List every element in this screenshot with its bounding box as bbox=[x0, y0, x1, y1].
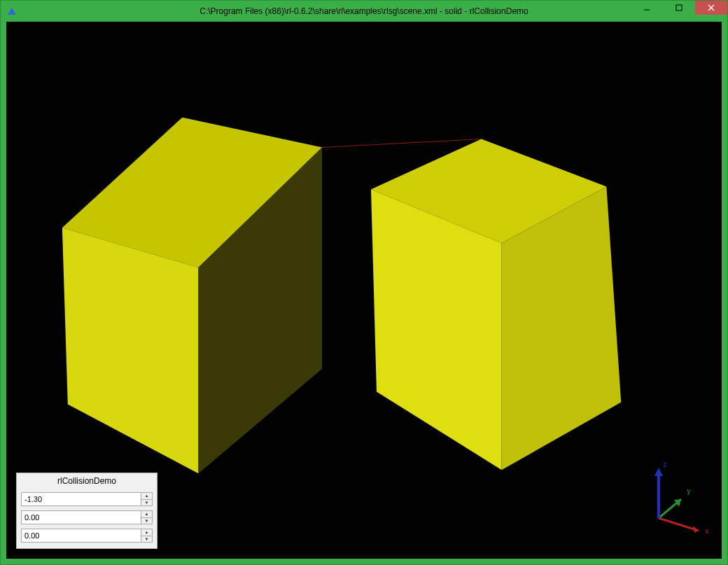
svg-rect-2 bbox=[676, 5, 682, 11]
window-title: C:\Program Files (x86)\rl-0.6.2\share\rl… bbox=[200, 6, 528, 16]
app-icon bbox=[6, 5, 18, 16]
spin-up-1[interactable]: ▲ bbox=[141, 511, 152, 517]
spin-down-0[interactable]: ▼ bbox=[141, 499, 152, 506]
field-row-1: ▲ ▼ bbox=[17, 508, 157, 526]
axis-z-label: z bbox=[663, 461, 667, 468]
maximize-button[interactable] bbox=[663, 1, 695, 15]
close-button[interactable] bbox=[695, 1, 727, 15]
field-row-0: ▲ ▼ bbox=[17, 490, 157, 508]
window-controls bbox=[631, 1, 727, 15]
value-input-2[interactable] bbox=[22, 529, 141, 542]
value-input-1[interactable] bbox=[22, 511, 141, 524]
axis-x-label: x bbox=[705, 527, 709, 535]
app-window: C:\Program Files (x86)\rl-0.6.2\share\rl… bbox=[0, 0, 728, 565]
svg-marker-0 bbox=[8, 8, 16, 15]
spin-down-1[interactable]: ▼ bbox=[141, 517, 152, 524]
minimize-button[interactable] bbox=[631, 1, 663, 15]
spin-input-1: ▲ ▼ bbox=[21, 510, 153, 524]
spin-up-0[interactable]: ▲ bbox=[141, 493, 152, 499]
axis-y-label: y bbox=[687, 487, 691, 495]
spin-input-0: ▲ ▼ bbox=[21, 492, 153, 506]
field-row-2: ▲ ▼ bbox=[17, 526, 157, 548]
spin-down-2[interactable]: ▼ bbox=[141, 536, 152, 543]
titlebar[interactable]: C:\Program Files (x86)\rl-0.6.2\share\rl… bbox=[1, 1, 727, 22]
spin-up-2[interactable]: ▲ bbox=[141, 529, 152, 536]
svg-marker-14 bbox=[693, 526, 699, 533]
svg-marker-18 bbox=[654, 468, 663, 476]
spin-input-2: ▲ ▼ bbox=[21, 529, 153, 543]
viewport[interactable]: x y z rlCollisionDemo ▲ ▼ bbox=[6, 22, 722, 559]
control-panel[interactable]: rlCollisionDemo ▲ ▼ ▲ ▼ bbox=[16, 473, 158, 549]
panel-title: rlCollisionDemo bbox=[17, 473, 157, 490]
axis-gizmo: x y z bbox=[632, 461, 709, 538]
value-input-0[interactable] bbox=[22, 493, 141, 505]
svg-line-13 bbox=[659, 518, 699, 531]
